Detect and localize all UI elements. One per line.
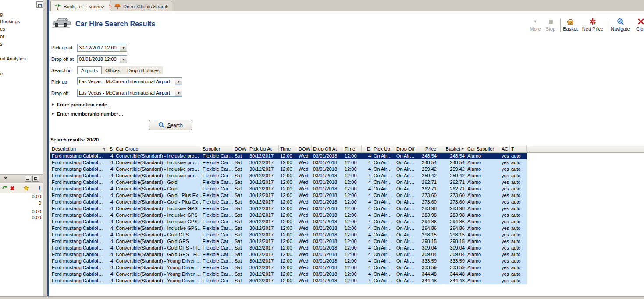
table-row[interactable]: Ford mustang Cabriol…4Convertible(Standa… bbox=[50, 245, 527, 251]
column-header-2-car-group[interactable]: Car Group bbox=[114, 145, 201, 152]
column-header-4-dow[interactable]: DOW bbox=[233, 145, 248, 152]
table-row[interactable]: Ford mustang Cabriol…4Convertible(Standa… bbox=[50, 172, 527, 179]
search-in-tab-offices[interactable]: Offices bbox=[102, 66, 124, 74]
info-icon[interactable]: i bbox=[36, 185, 43, 192]
column-header-10-d[interactable]: D bbox=[362, 145, 372, 152]
cell: 4 bbox=[108, 225, 114, 232]
cell: 262.71 bbox=[415, 186, 438, 192]
table-row[interactable]: Ford mustang Cabriol…4Convertible(Standa… bbox=[50, 159, 527, 166]
close-button[interactable]: Clos bbox=[632, 18, 644, 33]
search-in-tab-drop-off-offices[interactable]: Drop off offices bbox=[124, 66, 163, 74]
collapse-sidebar-button[interactable] bbox=[36, 1, 43, 8]
sidebar-item[interactable]: e bbox=[0, 70, 3, 77]
cell: 309.04 bbox=[415, 251, 438, 258]
delete-icon[interactable]: ✖ bbox=[9, 185, 16, 192]
cell: 294.86 bbox=[415, 218, 438, 225]
tab-book-ref[interactable]: Book, ref :: <none> ✕ bbox=[50, 1, 117, 11]
cell: On Air… bbox=[395, 153, 415, 159]
column-header-3-supplier[interactable]: Supplier bbox=[201, 145, 233, 152]
table-row[interactable]: Ford mustang Cabriol…4Convertible(Standa… bbox=[50, 258, 527, 264]
table-row[interactable]: Ford mustang Cabriol…4Convertible(Standa… bbox=[50, 251, 527, 258]
cell: Alamo bbox=[466, 251, 500, 258]
cell: 30/12/2017 bbox=[248, 166, 279, 172]
column-header-12-drop-off[interactable]: Drop Off bbox=[395, 145, 415, 152]
dropoff-location-combobox[interactable]: Las Vegas - McCarran International Airpo… bbox=[77, 89, 182, 97]
pickup-location-combobox[interactable]: Las Vegas - McCarran International Airpo… bbox=[77, 77, 182, 85]
cell: 4 bbox=[108, 264, 114, 271]
column-header-9-time[interactable]: Time bbox=[343, 145, 362, 152]
tab-direct-clients-search[interactable]: Direct Clients Search bbox=[110, 1, 172, 11]
sidebar-item[interactable]: nd Analytics bbox=[0, 56, 26, 62]
sidebar-item[interactable]: g bbox=[0, 11, 3, 18]
sidebar-item[interactable]: s bbox=[0, 41, 3, 47]
column-header-17-t[interactable]: T bbox=[510, 145, 527, 152]
column-header-13-price[interactable]: Price bbox=[415, 145, 438, 152]
column-header-15-car-supplier[interactable]: Car Supplier bbox=[466, 145, 500, 152]
star-icon[interactable] bbox=[23, 185, 30, 192]
table-row[interactable]: Ford mustang Cabriol…4Convertible(Standa… bbox=[50, 153, 527, 159]
chevron-down-icon[interactable]: ▼ bbox=[175, 89, 182, 96]
panel-close-icon[interactable]: ✕ bbox=[4, 176, 7, 181]
cell: Wed bbox=[297, 192, 312, 199]
cell: On Air… bbox=[395, 218, 415, 225]
cell: 12:00 bbox=[343, 172, 362, 179]
palm-tree-icon bbox=[54, 3, 61, 10]
pickup-at-label: Pick up at bbox=[51, 45, 72, 51]
restore-panel-button[interactable] bbox=[32, 176, 39, 182]
column-header-1-s[interactable]: S bbox=[108, 145, 114, 152]
column-header-16-ac[interactable]: AC bbox=[500, 145, 510, 152]
search-button[interactable]: Search bbox=[149, 120, 192, 130]
cell: Alamo bbox=[466, 179, 500, 186]
navigate-button[interactable]: Navigate bbox=[609, 18, 631, 33]
sidebar-item[interactable]: Bookings bbox=[0, 18, 20, 25]
cell: On Air… bbox=[395, 245, 415, 251]
cell: Ford mustang Cabriol… bbox=[50, 271, 108, 278]
table-row[interactable]: Ford mustang Cabriol…4Convertible(Standa… bbox=[50, 232, 527, 238]
table-row[interactable]: Ford mustang Cabriol…4Convertible(Standa… bbox=[50, 271, 527, 278]
refresh-icon[interactable] bbox=[1, 185, 8, 192]
cell: Ford mustang Cabriol… bbox=[50, 225, 108, 232]
pickup-at-combobox[interactable]: 30/12/2017 12:00 ▼ bbox=[77, 44, 127, 52]
cell: Flexible Car… bbox=[201, 179, 233, 186]
minimize-panel-button[interactable] bbox=[25, 176, 31, 182]
chevron-down-icon[interactable]: ▼ bbox=[120, 44, 127, 51]
chevron-down-icon[interactable]: ▼ bbox=[175, 78, 182, 85]
column-header-6-time[interactable]: Time bbox=[279, 145, 297, 152]
column-header-0-description[interactable]: Description bbox=[50, 145, 108, 152]
filter-icon[interactable] bbox=[102, 147, 107, 151]
column-header-14-basket[interactable]: Basket▼ bbox=[438, 145, 466, 152]
chevron-down-icon[interactable]: ▼ bbox=[120, 56, 127, 63]
cell: Flexible Car… bbox=[201, 159, 233, 166]
table-row[interactable]: Ford mustang Cabriol…4Convertible(Standa… bbox=[50, 186, 527, 192]
table-row[interactable]: Ford mustang Cabriol…4Convertible(Standa… bbox=[50, 264, 527, 271]
sidebar-item[interactable]: es bbox=[0, 26, 5, 32]
basket-button[interactable]: Basket bbox=[562, 18, 579, 33]
search-in-tab-airports[interactable]: Airports bbox=[77, 66, 102, 74]
column-header-7-dow[interactable]: DOW bbox=[297, 145, 312, 152]
nett-price-button[interactable]: Nett Price bbox=[580, 18, 605, 33]
membership-number-expander[interactable]: ► Enter membership number… bbox=[51, 110, 123, 117]
column-header-11-pick-up[interactable]: Pick Up bbox=[372, 145, 395, 152]
table-row[interactable]: Ford mustang Cabriol…4Convertible(Standa… bbox=[50, 199, 527, 205]
column-header-8-drop-off-at[interactable]: Drop Off At bbox=[312, 145, 343, 152]
table-row[interactable]: Ford mustang Cabriol…4Convertible(Standa… bbox=[50, 225, 527, 232]
cell: 259.42 bbox=[415, 172, 438, 179]
toolbar-separator bbox=[607, 18, 607, 32]
column-header-5-pick-up-at[interactable]: Pick Up At bbox=[248, 145, 279, 152]
table-row[interactable]: Ford mustang Cabriol…4Convertible(Standa… bbox=[50, 192, 527, 199]
splitter[interactable] bbox=[43, 0, 47, 299]
cell: 30/12/2017 bbox=[248, 278, 279, 284]
table-row[interactable]: Ford mustang Cabriol…4Convertible(Standa… bbox=[50, 218, 527, 225]
sidebar-item[interactable]: or bbox=[0, 33, 4, 40]
cell: Flexible Car… bbox=[201, 271, 233, 278]
table-row[interactable]: Ford mustang Cabriol…4Convertible(Standa… bbox=[50, 212, 527, 218]
table-row[interactable]: Ford mustang Cabriol…4Convertible(Standa… bbox=[50, 205, 527, 212]
table-row[interactable]: Ford mustang Cabriol…4Convertible(Standa… bbox=[50, 166, 527, 172]
cell: Alamo bbox=[466, 172, 500, 179]
dropoff-at-combobox[interactable]: 03/01/2018 12:00 ▼ bbox=[77, 55, 127, 63]
table-row[interactable]: Ford mustang Cabriol…4Convertible(Standa… bbox=[50, 179, 527, 186]
cell: 294.86 bbox=[438, 225, 466, 232]
table-row[interactable]: Ford mustang Cabriol…4Convertible(Standa… bbox=[50, 278, 527, 284]
table-row[interactable]: Ford mustang Cabriol…4Convertible(Standa… bbox=[50, 238, 527, 245]
promotion-code-expander[interactable]: ► Enter promotion code… bbox=[51, 101, 112, 108]
